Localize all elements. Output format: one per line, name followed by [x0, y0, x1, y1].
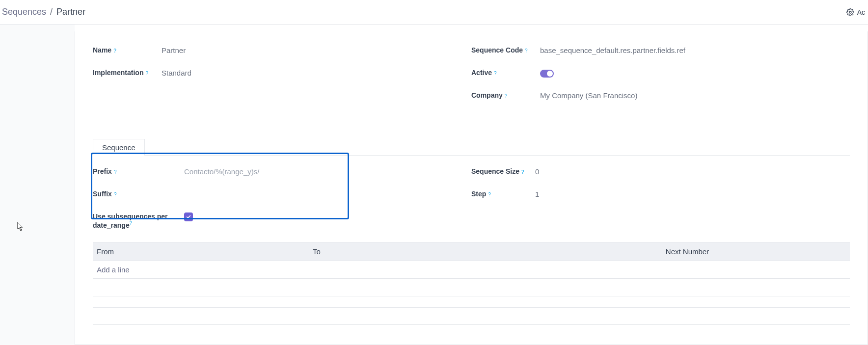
grid-empty-row — [93, 307, 850, 325]
page-body: Name? Partner Implementation? Standard S… — [0, 25, 868, 345]
field-active: Active? — [471, 69, 850, 84]
tabs: Sequence — [93, 138, 850, 156]
field-company: Company? My Company (San Francisco) — [471, 91, 850, 107]
field-name: Name? Partner — [93, 46, 471, 62]
breadcrumb-current: Partner — [56, 7, 85, 17]
label-active: Active — [471, 69, 492, 77]
breadcrumb-bar: Sequences / Partner Ac — [0, 0, 868, 25]
field-prefix: Prefix? Contacto/%(range_y)s/ — [93, 167, 471, 183]
top-fields: Name? Partner Implementation? Standard S… — [93, 46, 850, 114]
left-gutter — [0, 25, 75, 345]
help-icon[interactable]: ? — [113, 48, 116, 53]
help-icon[interactable]: ? — [521, 169, 524, 175]
grid-empty-row — [93, 279, 850, 296]
check-icon — [186, 214, 191, 219]
value-step[interactable]: 1 — [535, 190, 850, 198]
value-name[interactable]: Partner — [162, 46, 471, 54]
value-prefix[interactable]: Contacto/%(range_y)s/ — [184, 167, 471, 176]
label-prefix: Prefix — [93, 167, 112, 175]
label-name: Name — [93, 46, 111, 54]
help-icon[interactable]: ? — [145, 71, 148, 76]
help-icon[interactable]: ? — [488, 192, 491, 197]
field-sequence-size: Sequence Size? 0 — [471, 167, 850, 183]
breadcrumb-parent[interactable]: Sequences — [2, 7, 46, 17]
field-suffix: Suffix? — [93, 190, 471, 206]
help-icon[interactable]: ? — [525, 48, 528, 53]
actions-menu[interactable]: Ac — [846, 8, 866, 16]
value-implementation[interactable]: Standard — [162, 69, 471, 77]
use-date-range-checkbox[interactable] — [184, 212, 193, 221]
help-icon[interactable]: ? — [505, 93, 508, 99]
value-sequence-size[interactable]: 0 — [535, 167, 850, 176]
breadcrumb-separator: / — [50, 7, 53, 17]
field-use-date-range: Use subsequences per date_range? — [93, 212, 471, 229]
tab-sequence[interactable]: Sequence — [93, 139, 145, 156]
label-use-subseq-l2: date_range — [93, 221, 130, 229]
label-sequence-code: Sequence Code — [471, 46, 523, 54]
label-sequence-size: Sequence Size — [471, 167, 519, 175]
help-icon[interactable]: ? — [114, 169, 117, 175]
field-sequence-code: Sequence Code? base_sequence_default.res… — [471, 46, 850, 62]
actions-label: Ac — [857, 8, 865, 16]
grid-header: From To Next Number — [93, 242, 850, 261]
column-to[interactable]: To — [309, 242, 525, 261]
value-company[interactable]: My Company (San Francisco) — [540, 91, 850, 100]
label-suffix: Suffix — [93, 190, 112, 198]
form-sheet: Name? Partner Implementation? Standard S… — [75, 31, 868, 345]
value-sequence-code[interactable]: base_sequence_default.res.partner.fields… — [540, 46, 850, 54]
date-range-grid: From To Next Number Add a line — [93, 242, 850, 325]
help-icon[interactable]: ? — [114, 192, 117, 197]
field-step: Step? 1 — [471, 190, 850, 206]
sequence-tab-content: Prefix? Contacto/%(range_y)s/ Suffix? Us… — [93, 156, 850, 325]
label-implementation: Implementation — [93, 69, 143, 77]
field-implementation: Implementation? Standard — [93, 69, 471, 84]
label-step: Step — [471, 190, 486, 198]
column-next-number[interactable]: Next Number — [525, 242, 850, 261]
label-company: Company — [471, 91, 503, 99]
add-a-line[interactable]: Add a line — [93, 261, 850, 279]
help-icon[interactable]: ? — [494, 71, 497, 76]
help-icon[interactable]: ? — [130, 220, 133, 226]
active-toggle[interactable] — [540, 70, 554, 78]
column-from[interactable]: From — [93, 242, 309, 261]
gear-icon — [846, 8, 854, 16]
svg-point-0 — [849, 11, 851, 13]
label-use-subseq-l1: Use subsequences per — [93, 212, 168, 220]
breadcrumb: Sequences / Partner — [2, 7, 85, 17]
